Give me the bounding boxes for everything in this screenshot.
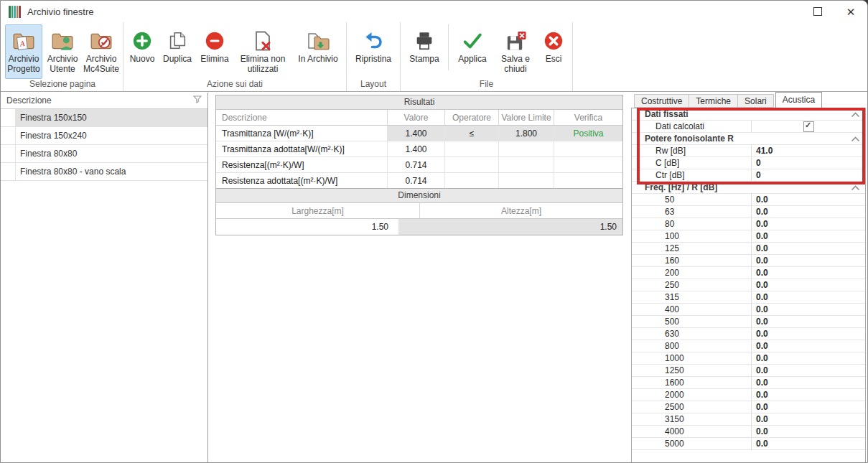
section-header-potere-fonoisolante[interactable]: Potere fonoisolante R xyxy=(632,133,865,145)
freq-value[interactable]: 0.0 xyxy=(751,413,865,425)
list-item[interactable]: Finestra 150x150 xyxy=(1,109,207,127)
valore-limite-cell[interactable] xyxy=(498,141,554,156)
archivio-progetto-button[interactable]: A Archivio Progetto xyxy=(5,24,42,79)
duplica-button[interactable]: Duplica xyxy=(159,24,195,79)
freq-value[interactable]: 0.0 xyxy=(751,218,865,230)
freq-value[interactable]: 0.0 xyxy=(751,352,865,364)
valore-limite-cell[interactable]: 1.800 xyxy=(498,126,554,141)
in-archivio-icon xyxy=(306,27,330,55)
section-title: Freq. [Hz] / R [dB] xyxy=(645,182,717,192)
section-header-freq[interactable]: Freq. [Hz] / R [dB] xyxy=(632,182,865,194)
ribbon-group-label: Selezione pagina xyxy=(2,79,123,91)
button-label: Archivio Utente xyxy=(46,55,79,75)
freq-value[interactable]: 0.0 xyxy=(751,316,865,327)
freq-row: 25000.0 xyxy=(632,401,865,413)
valore-cell[interactable]: 0.714 xyxy=(387,173,444,188)
archivio-utente-icon xyxy=(50,27,75,55)
operatore-cell[interactable] xyxy=(444,173,498,188)
esci-button[interactable]: Esci xyxy=(538,24,569,79)
verifica-cell xyxy=(554,173,622,188)
freq-value[interactable]: 0.0 xyxy=(751,377,865,388)
property-value[interactable]: 0 xyxy=(751,157,865,169)
freq-value[interactable]: 0.0 xyxy=(751,426,865,437)
freq-value[interactable]: 0.0 xyxy=(751,255,865,266)
freq-value[interactable]: 0.0 xyxy=(751,279,865,291)
ripristina-button[interactable]: Ripristina xyxy=(350,24,397,79)
verifica-cell xyxy=(554,157,622,172)
freq-value[interactable]: 0.0 xyxy=(751,194,865,205)
close-button[interactable]: ✕ xyxy=(834,1,867,22)
larghezza-value[interactable]: 1.50 xyxy=(216,219,398,235)
risultati-table: Risultati Descrizione Valore Operatore V… xyxy=(215,95,623,189)
salva-e-chiudi-button[interactable]: Salva e chiudi xyxy=(495,24,536,79)
freq-value[interactable]: 0.0 xyxy=(751,243,865,254)
freq-label: 400 xyxy=(632,304,751,315)
freq-value[interactable]: 0.0 xyxy=(751,267,865,279)
filter-icon[interactable] xyxy=(193,95,202,106)
archivio-utente-button[interactable]: Archivio Utente xyxy=(44,24,81,79)
operatore-cell[interactable] xyxy=(444,141,498,156)
valore-cell[interactable]: 0.714 xyxy=(387,157,444,172)
chevron-up-icon xyxy=(851,136,860,142)
freq-value[interactable]: 0.0 xyxy=(751,206,865,218)
table-row: Trasmittanza [W/(m²·K)] 1.400 ≤ 1.800 Po… xyxy=(216,126,622,141)
valore-cell[interactable]: 1.400 xyxy=(387,141,444,156)
freq-label: 80 xyxy=(632,218,751,230)
list-item[interactable]: Finestra 150x240 xyxy=(1,127,207,145)
freq-value[interactable]: 0.0 xyxy=(751,365,865,376)
property-row: Rw [dB] 41.0 xyxy=(632,145,865,157)
section-header-dati-fissati[interactable]: Dati fissati xyxy=(632,108,865,121)
row-selector-gutter xyxy=(1,127,16,144)
property-value[interactable]: 41.0 xyxy=(751,145,865,156)
list-item[interactable]: Finestra 80x80 - vano scala xyxy=(1,163,207,181)
window-list-panel: Descrizione Finestra 150x150 Finestra 15… xyxy=(1,93,208,462)
freq-row: 6300.0 xyxy=(632,328,865,340)
elimina-button[interactable]: Elimina xyxy=(197,24,233,79)
freq-row: 2500.0 xyxy=(632,279,865,291)
freq-value[interactable]: 0.0 xyxy=(751,291,865,303)
freq-label: 315 xyxy=(632,291,751,303)
altezza-value[interactable]: 1.50 xyxy=(398,219,622,235)
freq-value[interactable]: 0.0 xyxy=(751,328,865,340)
tab-acustica[interactable]: Acustica xyxy=(775,92,822,108)
in-archivio-button[interactable]: In Archivio xyxy=(293,24,343,79)
properties-tabs: Costruttive Termiche Solari Acustica xyxy=(634,93,822,108)
nuovo-button[interactable]: Nuovo xyxy=(126,24,158,79)
verifica-cell: Positiva xyxy=(554,126,622,141)
button-label: Elimina non utilizzati xyxy=(236,55,289,75)
button-label: Applica xyxy=(458,55,486,65)
valore-limite-cell[interactable] xyxy=(498,173,554,188)
freq-label: 800 xyxy=(632,340,751,352)
tab-solari[interactable]: Solari xyxy=(738,94,774,108)
acustica-tab-content: Dati fissati Dati calcolati Potere fonoi… xyxy=(631,108,866,463)
valore-cell[interactable]: 1.400 xyxy=(387,126,444,141)
freq-row: 5000.0 xyxy=(632,316,865,328)
tab-termiche[interactable]: Termiche xyxy=(689,94,738,108)
stampa-button[interactable]: Stampa xyxy=(403,24,445,79)
freq-row: 12500.0 xyxy=(632,365,865,377)
maximize-button[interactable] xyxy=(801,1,834,22)
list-item-label: Finestra 150x240 xyxy=(16,127,207,144)
valore-limite-cell[interactable] xyxy=(498,157,554,172)
freq-value[interactable]: 0.0 xyxy=(751,389,865,401)
freq-value[interactable]: 0.0 xyxy=(751,401,865,413)
freq-value[interactable]: 0.0 xyxy=(751,230,865,242)
freq-value[interactable]: 0.0 xyxy=(751,304,865,315)
column-header: Operatore xyxy=(444,110,498,125)
freq-value[interactable]: 0.0 xyxy=(751,340,865,352)
property-value[interactable]: 0 xyxy=(751,169,865,181)
dati-calcolati-checkbox[interactable] xyxy=(803,121,814,132)
elimina-non-utilizzati-icon xyxy=(251,27,274,55)
operatore-cell[interactable]: ≤ xyxy=(444,126,498,141)
freq-row: 40000.0 xyxy=(632,426,865,438)
list-item[interactable]: Finestra 80x80 xyxy=(1,145,207,163)
column-header: Descrizione xyxy=(216,110,387,125)
tab-costruttive[interactable]: Costruttive xyxy=(634,94,689,108)
freq-value[interactable]: 0.0 xyxy=(751,438,865,449)
archivio-progetto-icon: A xyxy=(11,27,36,55)
elimina-non-utilizzati-button[interactable]: Elimina non utilizzati xyxy=(234,24,291,79)
operatore-cell[interactable] xyxy=(444,157,498,172)
archivio-mc4suite-button[interactable]: Archivio Mc4Suite xyxy=(83,24,120,79)
applica-button[interactable]: Applica xyxy=(452,24,493,79)
freq-label: 5000 xyxy=(632,438,751,449)
